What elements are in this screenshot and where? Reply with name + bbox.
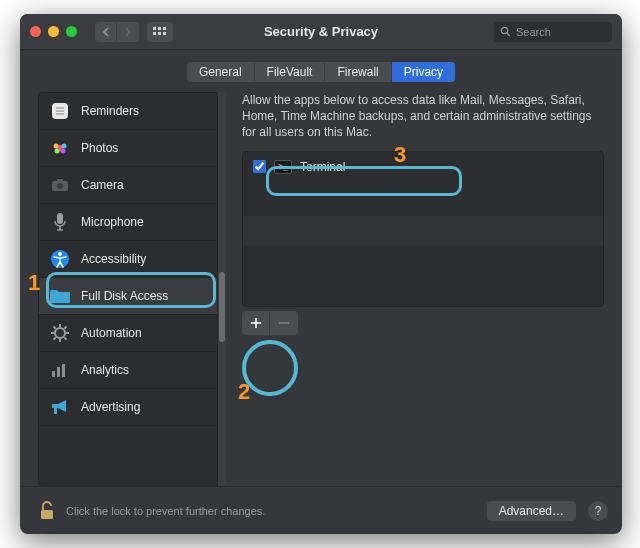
lock-button[interactable] — [38, 500, 56, 522]
lock-text: Click the lock to prevent further change… — [66, 505, 265, 517]
svg-rect-26 — [52, 371, 55, 377]
svg-rect-20 — [57, 213, 63, 224]
sidebar-item-label: Accessibility — [81, 252, 146, 266]
sidebar-item-photos[interactable]: Photos — [39, 130, 217, 167]
tab-general[interactable]: General — [187, 62, 255, 82]
search-icon — [500, 26, 511, 37]
preferences-window: Security & Privacy Search General FileVa… — [20, 14, 622, 534]
list-stripe — [243, 216, 603, 246]
sidebar-item-full-disk-access[interactable]: Full Disk Access — [39, 278, 217, 315]
search-placeholder: Search — [516, 26, 551, 38]
footer: Click the lock to prevent further change… — [20, 486, 622, 534]
content-area: Reminders Photos Camera Microphone Acces… — [20, 92, 622, 486]
sidebar-item-label: Camera — [81, 178, 124, 192]
folder-icon — [49, 285, 71, 307]
main-panel: Allow the apps below to access data like… — [226, 92, 604, 486]
svg-rect-0 — [153, 27, 156, 30]
svg-point-6 — [501, 27, 507, 33]
sidebar-item-label: Analytics — [81, 363, 129, 377]
camera-icon — [49, 174, 71, 196]
help-icon: ? — [595, 504, 602, 518]
sidebar-item-camera[interactable]: Camera — [39, 167, 217, 204]
sidebar-item-microphone[interactable]: Microphone — [39, 204, 217, 241]
svg-rect-33 — [41, 510, 53, 519]
svg-rect-3 — [153, 32, 156, 35]
svg-rect-2 — [163, 27, 166, 30]
svg-rect-4 — [158, 32, 161, 35]
svg-rect-29 — [54, 408, 57, 414]
show-all-button[interactable] — [147, 22, 173, 42]
minimize-window-button[interactable] — [48, 26, 59, 37]
sidebar-item-label: Reminders — [81, 104, 139, 118]
tab-privacy[interactable]: Privacy — [392, 62, 455, 82]
svg-rect-27 — [57, 367, 60, 377]
svg-rect-18 — [57, 179, 63, 182]
minus-icon — [278, 317, 290, 329]
search-field[interactable]: Search — [494, 22, 612, 42]
close-window-button[interactable] — [30, 26, 41, 37]
svg-rect-1 — [158, 27, 161, 30]
scrollbar-thumb[interactable] — [219, 272, 225, 342]
svg-point-14 — [62, 144, 67, 149]
automation-icon — [49, 322, 71, 344]
accessibility-icon — [49, 248, 71, 270]
svg-point-25 — [55, 328, 65, 338]
nav-buttons — [95, 22, 139, 42]
advertising-icon — [49, 396, 71, 418]
app-list: >_ Terminal — [242, 151, 604, 307]
svg-point-15 — [55, 149, 60, 154]
add-app-button[interactable] — [242, 311, 270, 335]
svg-rect-28 — [62, 364, 65, 377]
sidebar-item-accessibility[interactable]: Accessibility — [39, 241, 217, 278]
privacy-categories-sidebar: Reminders Photos Camera Microphone Acces… — [38, 92, 218, 486]
sidebar-item-label: Advertising — [81, 400, 140, 414]
sidebar-item-label: Microphone — [81, 215, 144, 229]
svg-rect-5 — [163, 32, 166, 35]
tab-firewall[interactable]: Firewall — [325, 62, 391, 82]
app-checkbox[interactable] — [253, 160, 266, 173]
microphone-icon — [49, 211, 71, 233]
terminal-icon: >_ — [274, 160, 292, 174]
tab-filevault[interactable]: FileVault — [255, 62, 326, 82]
sidebar-item-advertising[interactable]: Advertising — [39, 389, 217, 426]
sidebar-item-automation[interactable]: Automation — [39, 315, 217, 352]
help-button[interactable]: ? — [588, 501, 608, 521]
app-row-terminal[interactable]: >_ Terminal — [243, 152, 603, 182]
svg-line-7 — [507, 33, 510, 36]
unlock-icon — [39, 501, 55, 521]
zoom-window-button[interactable] — [66, 26, 77, 37]
sidebar-item-label: Full Disk Access — [81, 289, 168, 303]
traffic-lights — [30, 26, 77, 37]
add-remove-buttons — [242, 311, 604, 335]
sidebar-item-reminders[interactable]: Reminders — [39, 93, 217, 130]
photos-icon — [49, 137, 71, 159]
sidebar-item-label: Photos — [81, 141, 118, 155]
svg-point-24 — [58, 252, 62, 256]
forward-button[interactable] — [117, 22, 139, 42]
description-text: Allow the apps below to access data like… — [242, 92, 604, 141]
sidebar-item-label: Automation — [81, 326, 142, 340]
sidebar-scrollbar[interactable] — [218, 92, 226, 486]
tab-bar: General FileVault Firewall Privacy — [20, 50, 622, 92]
advanced-button[interactable]: Advanced… — [487, 501, 576, 521]
svg-point-16 — [61, 149, 66, 154]
svg-point-19 — [57, 183, 63, 189]
sidebar-item-analytics[interactable]: Analytics — [39, 352, 217, 389]
reminders-icon — [49, 100, 71, 122]
remove-app-button[interactable] — [270, 311, 298, 335]
app-name: Terminal — [300, 160, 345, 174]
svg-point-13 — [54, 144, 59, 149]
analytics-icon — [49, 359, 71, 381]
plus-icon — [250, 317, 262, 329]
back-button[interactable] — [95, 22, 117, 42]
titlebar: Security & Privacy Search — [20, 14, 622, 50]
